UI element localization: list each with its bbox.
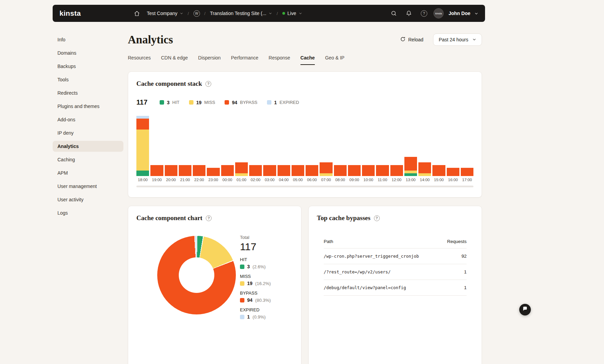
stack-bar-0000[interactable] [221, 165, 234, 176]
sidebar-item-caching[interactable]: Caching [53, 154, 123, 165]
x-axis-label: 17:00 [461, 178, 473, 182]
time-range-select[interactable]: Past 24 hours [433, 33, 482, 46]
sidebar-item-analytics[interactable]: Analytics [53, 141, 123, 152]
reload-button[interactable]: Reload [400, 37, 423, 43]
sidebar-item-user-management[interactable]: User management [53, 181, 123, 192]
tab-geo-ip[interactable]: Geo & IP [325, 55, 345, 65]
x-axis-label: 19:00 [150, 178, 163, 182]
sidebar-item-domains[interactable]: Domains [53, 48, 123, 58]
chart-scrollbar[interactable] [136, 186, 473, 187]
sidebar-item-logs[interactable]: Logs [53, 207, 123, 218]
stack-bar-2000[interactable] [165, 165, 177, 176]
bypass-swatch [225, 100, 229, 105]
stack-bar-0400[interactable] [278, 165, 290, 176]
legend-count: 1 [274, 100, 277, 105]
legend-count: 19 [196, 100, 202, 105]
help-icon[interactable]: ? [206, 215, 212, 221]
wordpress-icon[interactable]: W [193, 10, 200, 17]
bar-segment-bypass [249, 165, 262, 176]
stack-bar-1400[interactable] [418, 162, 431, 176]
sidebar-item-tools[interactable]: Tools [53, 74, 123, 85]
legend-item-expired[interactable]: 1EXPIRED [267, 100, 299, 105]
x-axis-label: 00:00 [221, 178, 234, 182]
stack-bar-1100[interactable] [376, 165, 389, 176]
sidebar-item-info[interactable]: Info [53, 34, 123, 45]
tab-cache[interactable]: Cache [300, 55, 315, 65]
stack-bar-2200[interactable] [193, 165, 205, 176]
sidebar-item-apm[interactable]: APM [53, 167, 123, 178]
stack-bar-0800[interactable] [334, 165, 347, 176]
company-selector[interactable]: Test Company [147, 11, 183, 16]
help-icon[interactable]: ? [205, 81, 211, 87]
expired-swatch [267, 100, 271, 105]
donut-entry-expired: EXPIRED1(0.9%) [240, 307, 296, 320]
stack-bar-1500[interactable] [432, 165, 445, 176]
stack-bar-0600[interactable] [306, 165, 318, 176]
help-icon[interactable]: ? [374, 215, 380, 221]
stack-bar-1300[interactable] [404, 157, 417, 176]
legend-item-bypass[interactable]: 94BYPASS [225, 100, 257, 105]
stack-bar-0500[interactable] [292, 165, 304, 176]
stack-bar-0200[interactable] [249, 165, 262, 176]
stack-bar-1800[interactable] [136, 116, 149, 176]
cell-requests: 92 [461, 254, 467, 259]
tab-cdn-edge[interactable]: CDN & edge [161, 55, 188, 65]
tab-response[interactable]: Response [269, 55, 290, 65]
donut-legend: Total 117 HIT3(2.6%)MISS19(16.2%)BYPASS9… [240, 235, 296, 320]
cache-donut-card: Cache component chart ? Total 117 HIT3(2… [128, 206, 301, 364]
stack-bar-1200[interactable] [390, 165, 403, 176]
stack-bar-0900[interactable] [348, 165, 361, 176]
help-icon[interactable]: ? [418, 8, 429, 19]
card-title: Cache component chart [136, 214, 202, 222]
stack-bar-0300[interactable] [263, 165, 276, 176]
stack-bar-0100[interactable] [235, 162, 248, 176]
site-selector[interactable]: Translation Testing Site (... [210, 11, 272, 16]
bar-segment-miss [136, 130, 149, 171]
table-row: /debug/default/view?panel=config1 [324, 280, 467, 296]
home-icon[interactable] [132, 8, 143, 19]
chevron-down-icon [269, 12, 272, 15]
sidebar-item-add-ons[interactable]: Add-ons [53, 114, 123, 125]
environment-selector[interactable]: Live [282, 11, 302, 16]
notifications-bell-icon[interactable] [403, 8, 414, 19]
legend-item-miss[interactable]: 19MISS [189, 100, 215, 105]
stack-bar-2100[interactable] [179, 165, 191, 176]
bar-segment-miss [320, 173, 332, 176]
cache-stack-card: Cache component stack ? 117 3HIT19MISS94… [128, 71, 482, 198]
donut-total-value: 117 [240, 241, 296, 253]
stack-bar-0700[interactable] [320, 162, 332, 176]
table-row: /?rest_route=/wp/v2/users/1 [324, 264, 467, 280]
sidebar-item-redirects[interactable]: Redirects [53, 87, 123, 98]
legend-item-hit[interactable]: 3HIT [160, 100, 179, 105]
bar-segment-bypass [193, 165, 205, 176]
stack-bar-1600[interactable] [447, 168, 459, 176]
sidebar-item-plugins-and-themes[interactable]: Plugins and themes [53, 101, 123, 112]
kinsta-logo[interactable]: kinsta [59, 9, 81, 17]
chat-launcher-button[interactable] [519, 304, 531, 315]
page-actions: Reload Past 24 hours [400, 33, 482, 46]
stack-bar-2300[interactable] [207, 168, 219, 176]
avatar[interactable]: kinsta [433, 8, 444, 18]
reload-icon [400, 37, 405, 43]
x-axis-label: 14:00 [418, 178, 431, 182]
bar-segment-bypass [348, 165, 361, 176]
tab-resources[interactable]: Resources [128, 55, 151, 65]
bar-segment-bypass [165, 165, 177, 176]
stack-bar-1000[interactable] [362, 165, 375, 176]
tab-performance[interactable]: Performance [231, 55, 258, 65]
entry-label: HIT [240, 257, 296, 262]
x-axis-label: 23:00 [207, 178, 219, 182]
tab-dispersion[interactable]: Dispersion [198, 55, 221, 65]
donut-chart[interactable] [157, 236, 236, 314]
stack-bar-1900[interactable] [150, 165, 163, 176]
sidebar-item-ip-deny[interactable]: IP deny [53, 127, 123, 138]
bar-segment-bypass [207, 168, 219, 176]
user-menu[interactable]: John Doe [448, 11, 470, 16]
search-icon[interactable] [388, 8, 399, 19]
bar-segment-bypass [320, 162, 332, 173]
column-header-path: Path [324, 239, 333, 244]
sidebar-item-user-activity[interactable]: User activity [53, 194, 123, 205]
stack-bar-1700[interactable] [461, 168, 473, 176]
sidebar-item-backups[interactable]: Backups [53, 61, 123, 72]
chevron-down-icon[interactable] [474, 12, 478, 15]
